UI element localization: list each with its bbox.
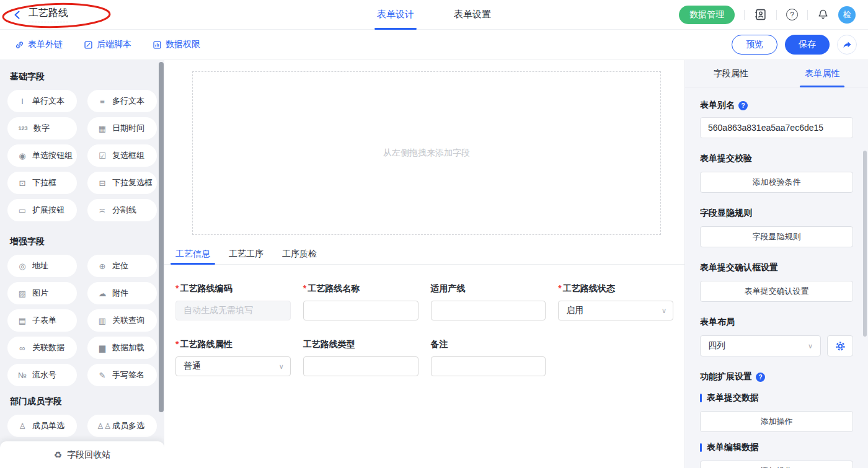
form-alias-section: 表单别名 ? 560a863a831ea5aa7ec6de15 — [700, 100, 853, 138]
route-type-input[interactable] — [303, 356, 418, 376]
tab-form-design[interactable]: 表单设计 — [377, 0, 414, 30]
sidebar-field-single-line-text[interactable]: I单行文本 — [7, 90, 77, 112]
share-button[interactable] — [837, 35, 857, 55]
calendar-icon: ▦ — [97, 124, 108, 133]
sidebar-field-image[interactable]: ▨图片 — [7, 282, 77, 304]
properties-tabs: 字段属性 表单属性 — [685, 60, 868, 87]
preview-button[interactable]: 预览 — [732, 35, 777, 55]
radio-icon: ◉ — [17, 151, 28, 161]
remark-input[interactable] — [431, 356, 546, 376]
tab-step-inspection[interactable]: 工序质检 — [282, 244, 317, 264]
form-fields-area: *工艺路线编码 自动生成无需填写 *工艺路线名称 适用产线 *工艺路线状态 — [164, 265, 684, 376]
number-icon: 123 — [17, 125, 29, 131]
back-button[interactable] — [12, 10, 22, 20]
route-attribute-select[interactable]: 普通 ∨ — [175, 356, 291, 376]
tab-form-settings[interactable]: 表单设置 — [454, 0, 491, 30]
sidebar-field-multi-dropdown[interactable]: ⊟下拉复选框 — [87, 172, 157, 194]
layout-select[interactable]: 四列 ∨ — [700, 335, 821, 356]
chain-link-icon: ∞ — [17, 343, 28, 353]
title-area: 工艺路线 — [0, 0, 68, 29]
extension-help-icon[interactable]: ? — [756, 373, 765, 382]
link-icon — [15, 40, 24, 50]
sidebar-field-member-multi[interactable]: ♙♙成员多选 — [87, 415, 157, 437]
help-icon[interactable]: ? — [786, 9, 798, 20]
address-pin-icon: ◎ — [17, 262, 28, 271]
data-permission-link[interactable]: 数据权限 — [153, 39, 200, 50]
sidebar-field-member-single[interactable]: ♙成员单选 — [7, 415, 77, 437]
applicable-line-input[interactable] — [431, 301, 546, 320]
section-member-fields: 部门成员字段 — [10, 396, 154, 407]
sidebar-field-checkbox-group[interactable]: ☑复选框组 — [87, 144, 157, 167]
field-route-type: 工艺路线类型 — [303, 339, 418, 376]
sidebar-field-attachment[interactable]: ☁附件 — [87, 282, 157, 304]
page-title[interactable]: 工艺路线 — [29, 7, 68, 22]
sidebar-field-linked-data[interactable]: ∞关联数据 — [7, 337, 77, 359]
tab-process-steps[interactable]: 工艺工序 — [229, 244, 264, 264]
divider-line-icon: ≍ — [97, 206, 108, 215]
sidebar-field-radio-group[interactable]: ◉单选按钮组 — [7, 144, 77, 167]
sidebar-field-address[interactable]: ◎地址 — [7, 255, 77, 277]
required-marker: * — [175, 283, 179, 293]
panel-scrollbar[interactable] — [863, 151, 867, 337]
form-links: 表单外链 后端脚本 数据权限 — [15, 39, 200, 50]
form-designer-app: 工艺路线 表单设计 表单设置 数据管理 ? — [0, 0, 868, 468]
field-dropzone[interactable]: 从左侧拖拽来添加字段 — [192, 71, 661, 235]
sidebar-field-datetime[interactable]: ▦日期时间 — [87, 117, 157, 139]
sidebar-field-signature[interactable]: ✎手写签名 — [87, 364, 157, 386]
sidebar-field-location[interactable]: ⊕定位 — [87, 255, 157, 277]
submit-validation-section: 表单提交校验 添加校验条件 — [700, 153, 853, 193]
sidebar-field-number[interactable]: 123数字 — [7, 117, 77, 139]
sidebar-field-multi-line-text[interactable]: ≡多行文本 — [87, 90, 157, 112]
route-name-input[interactable] — [303, 301, 418, 320]
required-marker: * — [558, 283, 561, 293]
field-visibility-rules-button[interactable]: 字段显隐规则 — [700, 226, 853, 247]
tab-process-info[interactable]: 工艺信息 — [175, 244, 210, 264]
field-route-name: *工艺路线名称 — [303, 283, 418, 320]
chevron-down-icon: ∨ — [808, 342, 813, 350]
add-validation-button[interactable]: 添加校验条件 — [700, 172, 853, 193]
sidebar-field-divider-line[interactable]: ≍分割线 — [87, 199, 157, 221]
backend-script-link[interactable]: 后端脚本 — [84, 39, 131, 50]
route-status-select[interactable]: 启用 ∨ — [558, 301, 673, 320]
user-avatar[interactable]: 检 — [838, 6, 856, 24]
share-arrow-icon — [842, 40, 852, 50]
tab-field-properties[interactable]: 字段属性 — [685, 60, 777, 87]
field-remark: 备注 — [431, 339, 546, 376]
tab-form-properties[interactable]: 表单属性 — [777, 60, 868, 87]
form-alias-input[interactable]: 560a863a831ea5aa7ec6de15 — [700, 117, 853, 138]
checkbox-icon: ☑ — [97, 151, 108, 161]
sidebar-field-linked-query[interactable]: ▥关联查询 — [87, 309, 157, 332]
alias-help-icon[interactable]: ? — [738, 101, 748, 110]
person-icon: ♙ — [17, 422, 28, 431]
toolbar-actions: 预览 保存 — [732, 35, 857, 55]
image-icon: ▨ — [17, 289, 28, 298]
enhanced-fields-grid: ◎地址 ⊕定位 ▨图片 ☁附件 ▤子表单 ▥关联查询 ∞关联数据 ▆数据加载 №… — [7, 255, 157, 386]
route-code-input: 自动生成无需填写 — [175, 301, 291, 320]
sidebar-field-serial-number[interactable]: №流水号 — [7, 364, 77, 386]
submit-confirm-settings-button[interactable]: 表单提交确认设置 — [700, 281, 853, 302]
linked-query-icon: ▥ — [97, 316, 108, 325]
field-recycle-bin[interactable]: ♻ 字段回收站 — [0, 441, 164, 468]
divider — [776, 10, 777, 20]
field-route-status: *工艺路线状态 启用 ∨ — [558, 283, 673, 320]
contacts-icon[interactable] — [754, 8, 767, 21]
notification-bell-icon[interactable] — [817, 9, 829, 20]
sidebar-field-extend-button[interactable]: ▭扩展按钮 — [7, 199, 77, 221]
multi-dropdown-icon: ⊟ — [97, 179, 108, 188]
sidebar-field-dropdown[interactable]: ⊡下拉框 — [7, 172, 77, 194]
submit-data-subsection: 表单提交数据 — [700, 392, 853, 404]
layout-gear-button[interactable] — [827, 335, 853, 356]
sidebar-field-subform[interactable]: ▤子表单 — [7, 309, 77, 332]
properties-panel: 字段属性 表单属性 表单别名 ? 560a863a831ea5aa7ec6de1… — [684, 60, 868, 468]
data-manage-button[interactable]: 数据管理 — [679, 6, 735, 24]
form-external-link[interactable]: 表单外链 — [15, 39, 63, 50]
multi-line-text-icon: ≡ — [97, 97, 108, 106]
add-action-edit-button[interactable]: 添加操作 — [700, 461, 853, 468]
save-button[interactable]: 保存 — [785, 35, 830, 55]
section-enhanced-fields: 增强字段 — [10, 236, 154, 247]
sidebar-field-data-load[interactable]: ▆数据加载 — [87, 337, 157, 359]
accent-bar — [700, 394, 702, 402]
divider — [744, 10, 745, 20]
sidebar-scrollbar[interactable] — [159, 62, 164, 412]
add-action-submit-button[interactable]: 添加操作 — [700, 411, 853, 432]
